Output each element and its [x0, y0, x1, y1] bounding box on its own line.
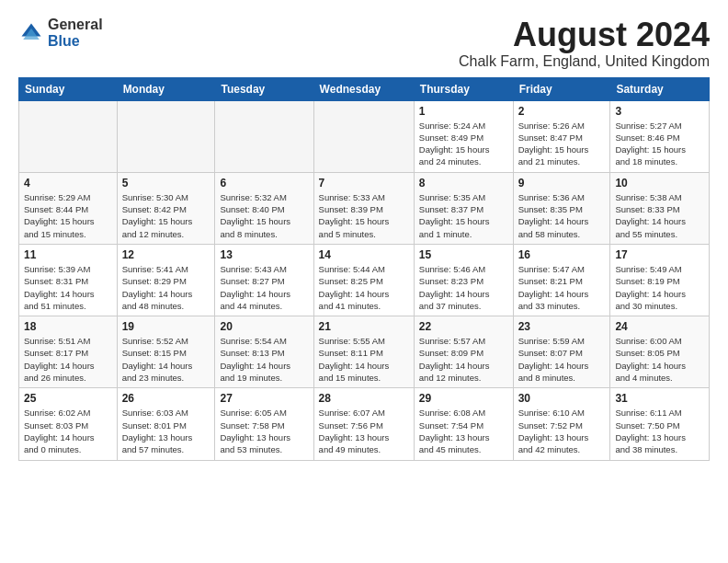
calendar-cell: 25Sunrise: 6:02 AM Sunset: 8:03 PM Dayli…	[19, 388, 118, 460]
title-area: August 2024 Chalk Farm, England, United …	[459, 17, 710, 70]
day-number: 13	[220, 248, 308, 261]
calendar-table: Sunday Monday Tuesday Wednesday Thursday…	[18, 77, 710, 461]
day-number: 26	[122, 392, 210, 405]
header-wednesday: Wednesday	[313, 77, 414, 100]
day-info: Sunrise: 5:24 AM Sunset: 8:49 PM Dayligh…	[419, 120, 508, 168]
day-number: 17	[615, 248, 704, 261]
day-info: Sunrise: 5:46 AM Sunset: 8:23 PM Dayligh…	[419, 263, 508, 312]
calendar-cell: 7Sunrise: 5:33 AM Sunset: 8:39 PM Daylig…	[313, 172, 414, 244]
calendar-cell: 16Sunrise: 5:47 AM Sunset: 8:21 PM Dayli…	[513, 244, 610, 316]
calendar-cell: 19Sunrise: 5:52 AM Sunset: 8:15 PM Dayli…	[117, 316, 215, 388]
day-number: 28	[319, 392, 409, 405]
header-thursday: Thursday	[414, 77, 513, 100]
calendar-cell: 22Sunrise: 5:57 AM Sunset: 8:09 PM Dayli…	[414, 316, 513, 388]
calendar-cell: 28Sunrise: 6:07 AM Sunset: 7:56 PM Dayli…	[313, 388, 414, 460]
day-info: Sunrise: 5:38 AM Sunset: 8:33 PM Dayligh…	[615, 191, 704, 240]
day-info: Sunrise: 5:59 AM Sunset: 8:07 PM Dayligh…	[518, 335, 606, 384]
logo: General Blue	[18, 17, 103, 49]
calendar-cell: 15Sunrise: 5:46 AM Sunset: 8:23 PM Dayli…	[414, 244, 513, 316]
day-number: 12	[122, 248, 210, 261]
header-friday: Friday	[513, 77, 610, 100]
day-info: Sunrise: 5:43 AM Sunset: 8:27 PM Dayligh…	[220, 263, 308, 312]
day-info: Sunrise: 5:44 AM Sunset: 8:25 PM Dayligh…	[319, 263, 409, 312]
day-number: 9	[518, 177, 606, 190]
day-number: 14	[319, 248, 409, 261]
calendar-cell: 31Sunrise: 6:11 AM Sunset: 7:50 PM Dayli…	[610, 388, 710, 460]
logo-blue-text: Blue	[48, 33, 103, 50]
header-sunday: Sunday	[19, 77, 118, 100]
day-number: 5	[122, 177, 210, 190]
calendar-cell: 20Sunrise: 5:54 AM Sunset: 8:13 PM Dayli…	[215, 316, 313, 388]
calendar-cell: 17Sunrise: 5:49 AM Sunset: 8:19 PM Dayli…	[610, 244, 710, 316]
calendar-cell	[313, 100, 414, 172]
calendar-cell: 1Sunrise: 5:24 AM Sunset: 8:49 PM Daylig…	[414, 100, 513, 172]
day-number: 18	[24, 320, 112, 333]
page: General Blue August 2024 Chalk Farm, Eng…	[0, 0, 728, 470]
calendar-cell: 26Sunrise: 6:03 AM Sunset: 8:01 PM Dayli…	[117, 388, 215, 460]
day-info: Sunrise: 5:35 AM Sunset: 8:37 PM Dayligh…	[419, 191, 508, 240]
logo-general-text: General	[48, 17, 103, 33]
calendar-cell	[215, 100, 313, 172]
calendar-cell: 6Sunrise: 5:32 AM Sunset: 8:40 PM Daylig…	[215, 172, 313, 244]
header-monday: Monday	[117, 77, 215, 100]
header-saturday: Saturday	[610, 77, 710, 100]
calendar-cell: 5Sunrise: 5:30 AM Sunset: 8:42 PM Daylig…	[117, 172, 215, 244]
calendar-cell: 18Sunrise: 5:51 AM Sunset: 8:17 PM Dayli…	[19, 316, 118, 388]
calendar-cell: 14Sunrise: 5:44 AM Sunset: 8:25 PM Dayli…	[313, 244, 414, 316]
day-info: Sunrise: 6:07 AM Sunset: 7:56 PM Dayligh…	[319, 407, 409, 455]
day-number: 30	[518, 392, 606, 405]
subtitle: Chalk Farm, England, United Kingdom	[459, 53, 710, 70]
day-info: Sunrise: 5:29 AM Sunset: 8:44 PM Dayligh…	[24, 191, 112, 240]
day-info: Sunrise: 6:11 AM Sunset: 7:50 PM Dayligh…	[615, 407, 704, 455]
day-info: Sunrise: 5:57 AM Sunset: 8:09 PM Dayligh…	[419, 335, 508, 384]
day-number: 1	[419, 105, 508, 118]
logo-icon	[18, 20, 44, 46]
calendar-week-3: 18Sunrise: 5:51 AM Sunset: 8:17 PM Dayli…	[19, 316, 710, 388]
day-info: Sunrise: 5:51 AM Sunset: 8:17 PM Dayligh…	[24, 335, 112, 384]
day-info: Sunrise: 6:02 AM Sunset: 8:03 PM Dayligh…	[24, 407, 112, 455]
day-number: 31	[615, 392, 704, 405]
day-number: 20	[220, 320, 308, 333]
day-number: 3	[615, 105, 704, 118]
calendar-cell: 3Sunrise: 5:27 AM Sunset: 8:46 PM Daylig…	[610, 100, 710, 172]
header-tuesday: Tuesday	[215, 77, 313, 100]
day-info: Sunrise: 5:49 AM Sunset: 8:19 PM Dayligh…	[615, 263, 704, 312]
day-info: Sunrise: 5:30 AM Sunset: 8:42 PM Dayligh…	[122, 191, 210, 240]
header-row: Sunday Monday Tuesday Wednesday Thursday…	[19, 77, 710, 100]
day-number: 16	[518, 248, 606, 261]
day-info: Sunrise: 5:26 AM Sunset: 8:47 PM Dayligh…	[518, 120, 606, 168]
calendar-cell: 29Sunrise: 6:08 AM Sunset: 7:54 PM Dayli…	[414, 388, 513, 460]
calendar-cell: 4Sunrise: 5:29 AM Sunset: 8:44 PM Daylig…	[19, 172, 118, 244]
day-info: Sunrise: 5:27 AM Sunset: 8:46 PM Dayligh…	[615, 120, 704, 168]
day-number: 25	[24, 392, 112, 405]
day-number: 8	[419, 177, 508, 190]
calendar-week-2: 11Sunrise: 5:39 AM Sunset: 8:31 PM Dayli…	[19, 244, 710, 316]
day-number: 10	[615, 177, 704, 190]
day-number: 6	[220, 177, 308, 190]
calendar-cell: 2Sunrise: 5:26 AM Sunset: 8:47 PM Daylig…	[513, 100, 610, 172]
calendar-cell	[117, 100, 215, 172]
day-info: Sunrise: 5:55 AM Sunset: 8:11 PM Dayligh…	[319, 335, 409, 384]
calendar-header: Sunday Monday Tuesday Wednesday Thursday…	[19, 77, 710, 100]
header: General Blue August 2024 Chalk Farm, Eng…	[18, 17, 710, 70]
day-number: 22	[419, 320, 508, 333]
day-number: 4	[24, 177, 112, 190]
day-info: Sunrise: 5:54 AM Sunset: 8:13 PM Dayligh…	[220, 335, 308, 384]
day-info: Sunrise: 6:00 AM Sunset: 8:05 PM Dayligh…	[615, 335, 704, 384]
calendar-cell: 9Sunrise: 5:36 AM Sunset: 8:35 PM Daylig…	[513, 172, 610, 244]
calendar-cell: 13Sunrise: 5:43 AM Sunset: 8:27 PM Dayli…	[215, 244, 313, 316]
calendar-week-1: 4Sunrise: 5:29 AM Sunset: 8:44 PM Daylig…	[19, 172, 710, 244]
day-number: 21	[319, 320, 409, 333]
day-number: 2	[518, 105, 606, 118]
day-number: 7	[319, 177, 409, 190]
day-number: 24	[615, 320, 704, 333]
day-info: Sunrise: 5:33 AM Sunset: 8:39 PM Dayligh…	[319, 191, 409, 240]
day-number: 23	[518, 320, 606, 333]
calendar-body: 1Sunrise: 5:24 AM Sunset: 8:49 PM Daylig…	[19, 100, 710, 460]
calendar-week-4: 25Sunrise: 6:02 AM Sunset: 8:03 PM Dayli…	[19, 388, 710, 460]
day-info: Sunrise: 6:08 AM Sunset: 7:54 PM Dayligh…	[419, 407, 508, 455]
day-number: 29	[419, 392, 508, 405]
day-info: Sunrise: 5:52 AM Sunset: 8:15 PM Dayligh…	[122, 335, 210, 384]
calendar-cell: 21Sunrise: 5:55 AM Sunset: 8:11 PM Dayli…	[313, 316, 414, 388]
day-info: Sunrise: 5:39 AM Sunset: 8:31 PM Dayligh…	[24, 263, 112, 312]
